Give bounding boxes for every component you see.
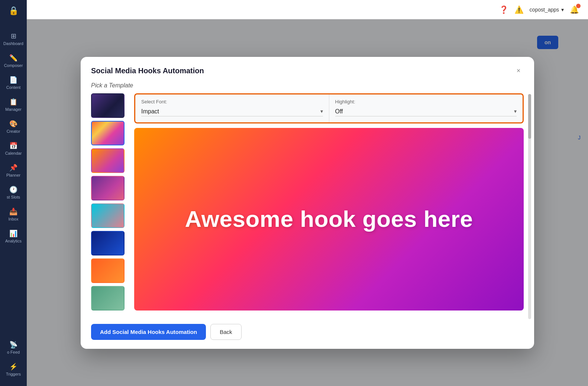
planner-icon: 📌 <box>9 164 17 172</box>
sidebar-item-dashboard[interactable]: ⊞ Dashboard <box>0 28 27 49</box>
add-automation-button[interactable]: Add Social Media Hooks Automation <box>91 324 206 340</box>
chevron-down-icon: ▾ <box>561 7 564 13</box>
composer-icon: ✏️ <box>9 54 17 62</box>
sidebar-item-inbox[interactable]: 📥 Inbox <box>0 204 27 225</box>
sidebar: 🔒 ⊞ Dashboard ✏️ Composer 📄 Content 📋 Ma… <box>0 0 27 386</box>
template-thumb-3[interactable] <box>91 148 125 173</box>
highlight-select-wrapper[interactable]: Off On ▾ <box>335 108 517 116</box>
modal-overlay: Social Media Hooks Automation × Pick a T… <box>27 19 588 386</box>
sidebar-item-creator[interactable]: 🎨 Creator <box>0 116 27 137</box>
sidebar-item-label: st Slots <box>7 195 20 199</box>
main-content: on J Social Media Hooks Automation × Pic… <box>27 19 588 386</box>
sidebar-item-composer[interactable]: ✏️ Composer <box>0 50 27 71</box>
sidebar-item-manager[interactable]: 📋 Manager <box>0 94 27 115</box>
template-thumb-4[interactable] <box>91 176 125 200</box>
modal-scrollbar-thumb <box>528 94 531 139</box>
sidebar-item-calendar[interactable]: 📅 Calendar <box>0 138 27 159</box>
topbar: ❓ ⚠️ copost_apps ▾ 🔔 <box>27 0 588 19</box>
highlight-select[interactable]: Off On <box>335 108 514 115</box>
font-label: Select Font: <box>141 99 323 104</box>
analytics-icon: 📊 <box>9 229 17 238</box>
controls-bar: Select Font: Impact Arial Helvetica Geor… <box>134 93 524 123</box>
username: copost_apps <box>530 7 559 13</box>
sidebar-item-label: Manager <box>5 107 21 112</box>
modal-dialog: Social Media Hooks Automation × Pick a T… <box>81 57 534 349</box>
sidebar-item-label: o Feed <box>7 350 20 354</box>
sidebar-item-triggers[interactable]: ⚡ Triggers <box>4 359 22 380</box>
highlight-select-arrow: ▾ <box>514 108 517 114</box>
template-right: Select Font: Impact Arial Helvetica Geor… <box>134 93 524 311</box>
modal-title: Social Media Hooks Automation <box>91 67 204 75</box>
manager-icon: 📋 <box>9 98 17 106</box>
feed-icon: 📡 <box>9 341 17 349</box>
modal-header: Social Media Hooks Automation × <box>81 57 534 82</box>
template-thumb-7[interactable] <box>91 258 125 283</box>
dashboard-icon: ⊞ <box>11 32 16 40</box>
sidebar-nav: ⊞ Dashboard ✏️ Composer 📄 Content 📋 Mana… <box>0 28 27 247</box>
template-thumb-5[interactable] <box>91 203 125 228</box>
preview-text: Awesome hook goes here <box>178 198 481 239</box>
highlight-label: Highlight: <box>335 99 517 104</box>
font-control-group: Select Font: Impact Arial Helvetica Geor… <box>135 94 329 122</box>
modal-footer: Add Social Media Hooks Automation Back <box>81 318 534 349</box>
sidebar-item-label: Content <box>6 85 21 90</box>
sidebar-bottom: 📡 o Feed ⚡ Triggers <box>0 337 27 386</box>
modal-body: Select Font: Impact Arial Helvetica Geor… <box>81 93 534 318</box>
slots-icon: 🕐 <box>9 186 17 194</box>
template-thumb-6[interactable] <box>91 231 125 255</box>
alert-button[interactable]: ⚠️ <box>514 5 524 14</box>
sidebar-item-label: Composer <box>4 63 23 68</box>
creator-icon: 🎨 <box>9 120 17 128</box>
help-icon: ❓ <box>499 6 508 14</box>
highlight-control-group: Highlight: Off On ▾ <box>329 94 523 122</box>
calendar-icon: 📅 <box>9 142 17 150</box>
modal-subtitle: Pick a Template <box>81 82 534 93</box>
sidebar-item-label: Inbox <box>9 217 19 221</box>
sidebar-item-feed[interactable]: 📡 o Feed <box>6 337 21 358</box>
sidebar-item-analytics[interactable]: 📊 Analytics <box>0 226 27 247</box>
sidebar-item-planner[interactable]: 📌 Planner <box>0 160 27 181</box>
alert-icon: ⚠️ <box>514 6 524 14</box>
content-icon: 📄 <box>9 76 17 84</box>
notification-badge <box>576 4 581 8</box>
sidebar-item-label: Planner <box>6 173 20 177</box>
sidebar-item-label: Triggers <box>6 372 21 376</box>
template-thumb-2[interactable] <box>91 121 125 145</box>
triggers-icon: ⚡ <box>9 363 17 371</box>
sidebar-item-slots[interactable]: 🕐 st Slots <box>0 182 27 203</box>
sidebar-item-label: Dashboard <box>3 41 23 46</box>
template-thumb-1[interactable] <box>91 93 125 118</box>
sidebar-item-label: Calendar <box>5 151 22 155</box>
notification-button[interactable]: 🔔 <box>570 5 579 14</box>
sidebar-item-content[interactable]: 📄 Content <box>0 72 27 93</box>
inbox-icon: 📥 <box>9 208 17 216</box>
user-menu[interactable]: copost_apps ▾ <box>530 7 564 13</box>
modal-close-button[interactable]: × <box>513 66 524 76</box>
font-select[interactable]: Impact Arial Helvetica Georgia Times New… <box>141 108 320 115</box>
back-button[interactable]: Back <box>210 324 241 340</box>
lock-icon: 🔒 <box>6 3 22 19</box>
font-select-arrow: ▾ <box>320 108 323 114</box>
template-thumb-8[interactable] <box>91 286 125 311</box>
help-button[interactable]: ❓ <box>499 5 508 14</box>
modal-scrollbar[interactable] <box>528 94 531 319</box>
preview-area: Awesome hook goes here <box>134 128 524 311</box>
sidebar-item-label: Analytics <box>5 239 22 243</box>
font-select-wrapper[interactable]: Impact Arial Helvetica Georgia Times New… <box>141 108 323 116</box>
template-list <box>91 93 128 311</box>
sidebar-item-label: Creator <box>7 129 20 134</box>
